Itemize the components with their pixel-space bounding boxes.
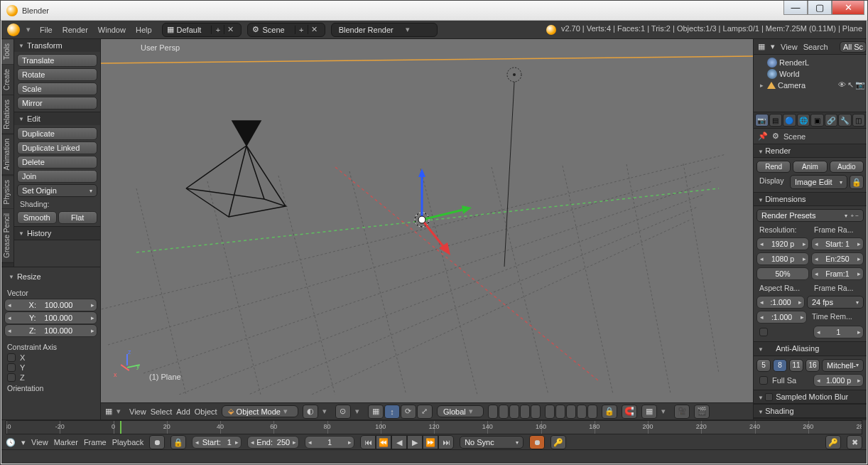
key-insert-button[interactable]: 🔑 — [825, 435, 841, 449]
aa-16[interactable]: 16 — [805, 359, 820, 372]
set-origin-dropdown[interactable]: Set Origin▾ — [17, 184, 97, 197]
aa-8[interactable]: 8 — [773, 359, 787, 372]
tl-menu-marker[interactable]: Marker — [54, 438, 78, 447]
remove-scene-button[interactable]: ✕ — [308, 25, 320, 34]
outliner-editor-icon[interactable]: ▦ — [758, 42, 765, 51]
res-y-field[interactable]: ◂1080 p▸ — [756, 252, 809, 265]
autokey-button[interactable]: ⏺ — [149, 435, 165, 449]
constraint-y-check[interactable]: Y — [4, 363, 97, 373]
prop-tab-data[interactable]: ◫ — [852, 114, 866, 127]
shelf-tab-relations[interactable]: Relations — [1, 95, 13, 134]
manipulator-scale-button[interactable]: ⤢ — [417, 405, 433, 419]
duplicate-button[interactable]: Duplicate — [17, 127, 97, 140]
aa-px-field[interactable]: ◂1.000 p▸ — [813, 374, 864, 387]
outliner-display-mode[interactable]: All Sc — [840, 41, 867, 53]
layer-buttons-2[interactable] — [545, 405, 597, 419]
prop-tab-constraints[interactable]: 🔗 — [825, 114, 838, 127]
orientation-select[interactable]: Global▾ — [437, 405, 484, 417]
border-check[interactable] — [756, 326, 811, 338]
playhead[interactable] — [120, 421, 121, 434]
edit-panel-header[interactable]: Edit — [14, 112, 100, 125]
vp-menu-object[interactable]: Object — [195, 407, 217, 416]
aa-5[interactable]: 5 — [756, 359, 771, 372]
remove-layout-button[interactable]: ✕ — [224, 25, 237, 34]
rotate-button[interactable]: Rotate — [17, 68, 97, 81]
lock-interface-button[interactable]: 🔒 — [850, 175, 864, 189]
aspect-x-field[interactable]: ◂:1.000▸ — [756, 296, 805, 309]
shelf-tab-grease-pencil[interactable]: Grease Pencil — [1, 209, 13, 263]
outliner-row-world[interactable]: World — [755, 68, 865, 80]
screen-layout-select[interactable]: ▦ Default + ✕ — [162, 23, 242, 37]
render-audio-button[interactable]: Audio — [830, 161, 864, 173]
pin-icon[interactable]: 📌 — [758, 132, 768, 141]
mirror-button[interactable]: Mirror — [17, 97, 97, 109]
full-sample-check[interactable]: Full Sa — [756, 374, 811, 387]
jump-end-button[interactable]: ⏭ — [438, 435, 454, 449]
frame-start-field[interactable]: ◂Start: 1▸ — [811, 237, 864, 250]
shelf-tab-physics[interactable]: Physics — [1, 176, 13, 209]
record-button[interactable]: ⏺ — [529, 435, 545, 449]
render-preview-button[interactable]: 🎥 — [674, 405, 690, 419]
window-maximize-button[interactable]: ▢ — [808, 1, 832, 15]
shading-mode-button[interactable]: ◐ — [303, 405, 318, 419]
render-section-header[interactable]: Render — [754, 144, 867, 158]
aspect-y-field[interactable]: ◂:1.000▸ — [756, 311, 807, 324]
window-close-button[interactable]: ✕ — [832, 1, 864, 15]
delete-button[interactable]: Delete — [17, 156, 97, 169]
shelf-tab-create[interactable]: Create — [1, 65, 13, 95]
mblur-section-header[interactable]: Sampled Motion Blur — [754, 390, 867, 405]
aa-section-header[interactable]: Anti-Aliasing — [754, 341, 867, 356]
render-presets[interactable]: Render Presets▾ + − — [756, 209, 864, 222]
editor-type-icon[interactable]: ▦ — [105, 407, 112, 416]
constraint-z-check[interactable]: Z — [4, 373, 97, 383]
window-minimize-button[interactable]: ― — [783, 1, 808, 15]
next-key-button[interactable]: ⏩ — [423, 435, 438, 449]
render-engine-select[interactable]: Blender Render ▾ — [331, 23, 438, 37]
sync-mode-select[interactable]: No Sync▾ — [460, 436, 523, 449]
tl-menu-frame[interactable]: Frame — [84, 438, 107, 447]
snap-type-button[interactable]: ▦ — [641, 405, 657, 419]
mode-select[interactable]: ⬙Object Mode▾ — [222, 405, 298, 417]
shade-smooth-button[interactable]: Smooth — [17, 211, 57, 224]
scale-button[interactable]: Scale — [17, 82, 97, 95]
eye-icon[interactable]: 👁 — [838, 80, 846, 90]
layer-buttons-1[interactable] — [488, 405, 541, 419]
shading-section-header[interactable]: Shading — [754, 404, 867, 418]
frame-end-field[interactable]: ◂En:250▸ — [811, 252, 864, 265]
play-reverse-button[interactable]: ◀ — [391, 435, 407, 449]
prop-tab-modifiers[interactable]: 🔧 — [838, 114, 852, 127]
menu-help[interactable]: Help — [136, 26, 152, 34]
render-button[interactable]: Rend — [756, 161, 791, 173]
resize-y-field[interactable]: ◂Y: 100.000▸ — [4, 311, 97, 324]
prop-tab-scene[interactable]: 🔵 — [783, 114, 796, 127]
manipulator-translate-button[interactable]: ↕ — [384, 405, 400, 419]
lock-camera-button[interactable]: 🔒 — [602, 405, 617, 419]
tl-menu-view[interactable]: View — [31, 438, 48, 447]
end-frame-field[interactable]: ◂End: 250▸ — [247, 436, 299, 449]
scene-select[interactable]: ⚙ Scene + ✕ — [247, 23, 325, 37]
keying-set-select[interactable]: 🔑 — [550, 435, 566, 449]
constraint-x-check[interactable]: X — [4, 353, 97, 363]
outliner-menu-view[interactable]: View — [781, 43, 798, 51]
render-anim-button2[interactable]: Anim — [793, 161, 827, 173]
play-button[interactable]: ▶ — [407, 435, 423, 449]
key-delete-button[interactable]: ✖ — [847, 435, 862, 449]
outliner-menu-search[interactable]: Search — [803, 43, 828, 51]
menu-file[interactable]: File — [40, 26, 53, 34]
snap-button[interactable]: 🧲 — [622, 405, 637, 419]
keyingset-button[interactable]: 🔒 — [170, 435, 186, 449]
timeline-ruler[interactable]: -40-200204060801001201401601802002202402… — [6, 420, 862, 434]
fps-select[interactable]: 24 fps▾ — [807, 296, 864, 309]
menu-window[interactable]: Window — [98, 26, 126, 34]
translate-button[interactable]: Translate — [17, 54, 97, 67]
history-panel-header[interactable]: History — [14, 227, 100, 240]
3d-viewport[interactable]: User Persp (1) Plane z y x — [101, 39, 753, 402]
prop-tab-world[interactable]: 🌐 — [797, 114, 810, 127]
dimensions-section-header[interactable]: Dimensions — [754, 192, 867, 206]
outliner-row-renderlayers[interactable]: RenderL — [755, 57, 865, 68]
duplicate-linked-button[interactable]: Duplicate Linked — [17, 141, 97, 154]
time-remap-field[interactable]: ◂1▸ — [813, 326, 864, 338]
render-anim-button[interactable]: 🎬 — [694, 405, 710, 419]
aa-11[interactable]: 11 — [789, 359, 803, 372]
add-layout-button[interactable]: + — [211, 26, 224, 34]
